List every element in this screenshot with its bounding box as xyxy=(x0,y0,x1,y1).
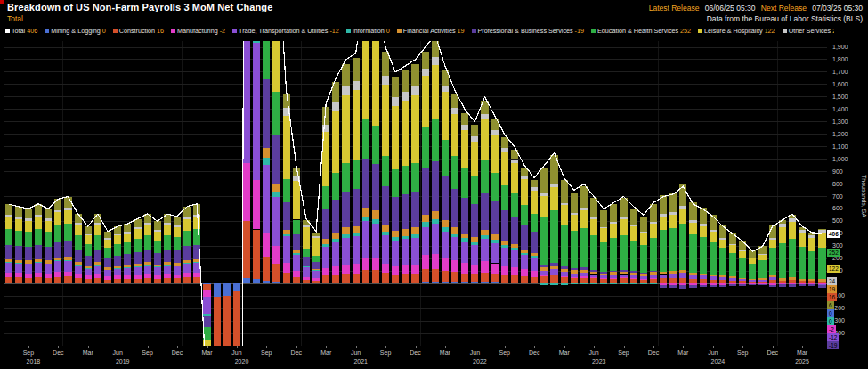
bar-segment xyxy=(531,253,538,257)
bar-segment xyxy=(758,280,766,282)
bar-segment xyxy=(114,279,121,283)
legend-item-total[interactable]: Total406 xyxy=(5,27,37,35)
bar-segment xyxy=(540,217,548,265)
bar-segment xyxy=(461,168,468,198)
x-tick xyxy=(58,346,59,348)
bar-segment xyxy=(214,283,221,297)
bar-segment xyxy=(303,267,310,276)
bar-segment xyxy=(144,265,151,266)
bar-segment xyxy=(481,235,488,239)
bar-segment xyxy=(461,242,468,263)
bar-segment xyxy=(689,279,696,283)
legend-item-mining-logging[interactable]: Mining & Logging0 xyxy=(45,27,106,35)
legend-item-information[interactable]: Information0 xyxy=(346,27,390,35)
bar-segment xyxy=(283,202,290,229)
bar-segment xyxy=(620,217,627,219)
bar-segment xyxy=(25,209,32,218)
chart-plot[interactable] xyxy=(4,41,827,346)
bar-segment xyxy=(35,259,42,263)
last-value-badge: 16 xyxy=(827,293,837,301)
bar-segment xyxy=(154,275,161,278)
bar-segment xyxy=(561,205,568,224)
series-selector[interactable]: Total xyxy=(7,14,23,23)
bar-segment xyxy=(600,274,607,276)
legend-value: -2 xyxy=(220,27,225,35)
bar-segment xyxy=(94,223,101,225)
legend-value: 122 xyxy=(765,27,775,35)
bar-segment xyxy=(590,198,597,217)
bar-segment xyxy=(243,221,250,278)
bar-segment xyxy=(382,52,389,76)
bar-segment xyxy=(491,243,499,264)
bar-segment xyxy=(114,235,121,244)
bar-segment xyxy=(303,249,310,257)
legend-label: Education & Health Services xyxy=(597,27,678,35)
x-tick-label: Dec xyxy=(767,349,777,356)
bar-segment xyxy=(183,273,191,277)
bar-segment xyxy=(183,263,191,264)
x-tick-label: Sep xyxy=(142,349,152,356)
bar-segment xyxy=(45,221,52,233)
bar-segment xyxy=(411,95,418,162)
bar-segment xyxy=(15,207,22,217)
bar-segment xyxy=(124,232,131,234)
legend-item-other-services[interactable]: Other Services24 xyxy=(783,27,834,35)
bar-segment xyxy=(501,152,508,185)
bar-segment xyxy=(640,279,647,280)
bar-segment xyxy=(303,280,310,283)
bar-segment xyxy=(729,281,736,283)
bar-segment xyxy=(511,217,518,244)
bar-segment xyxy=(25,264,32,265)
bar-segment xyxy=(689,283,696,285)
bar-segment xyxy=(818,279,825,282)
x-tick xyxy=(177,346,178,348)
bar-segment xyxy=(689,234,696,273)
bar-segment xyxy=(293,255,300,272)
bar-segment xyxy=(183,246,191,260)
bar-segment xyxy=(531,283,538,283)
legend-item-financial-activities[interactable]: Financial Activities19 xyxy=(397,27,465,35)
bar-segment xyxy=(174,237,181,250)
bar-segment xyxy=(25,232,32,247)
bar-segment xyxy=(392,197,399,231)
bar-segment xyxy=(540,283,548,284)
bar-segment xyxy=(75,262,82,265)
bar-segment xyxy=(451,189,458,227)
bar-segment xyxy=(511,283,518,284)
legend-item-manufacturing[interactable]: Manufacturing-2 xyxy=(171,27,225,35)
bar-segment xyxy=(193,277,200,283)
legend-value: 0 xyxy=(102,27,106,35)
bar-segment xyxy=(174,250,181,263)
x-tick xyxy=(475,346,475,348)
legend-item-leisure-hospitality[interactable]: Leisure & Hospitality122 xyxy=(698,27,775,35)
bar-segment xyxy=(402,194,409,229)
bar-segment xyxy=(85,266,92,268)
bar-segment xyxy=(263,158,270,165)
legend-value: 16 xyxy=(157,27,164,35)
bar-segment xyxy=(610,279,617,283)
bar-segment xyxy=(491,173,499,201)
bar-segment xyxy=(521,276,528,283)
last-value-badge: 252 xyxy=(827,249,840,257)
legend-item-construction[interactable]: Construction16 xyxy=(113,27,164,35)
bar-segment xyxy=(571,278,578,283)
bar-segment xyxy=(45,260,52,263)
bar-segment xyxy=(471,136,478,141)
bar-segment xyxy=(769,275,776,277)
legend-item-trade-transportation-utilities[interactable]: Trade, Transportation & Utilities-12 xyxy=(232,27,339,35)
bar-segment xyxy=(729,253,736,277)
legend-item-professional-business-services[interactable]: Professional & Business Services-19 xyxy=(472,27,584,35)
legend-item-education-health-services[interactable]: Education & Health Services252 xyxy=(591,27,691,35)
last-value-badges: 406252122241916600-2-12-19 xyxy=(827,41,859,346)
bar-segment xyxy=(342,265,349,274)
bar-segment xyxy=(620,235,627,270)
bar-segment xyxy=(35,217,42,228)
bar-segment xyxy=(15,263,22,264)
bar-segment xyxy=(531,214,538,232)
bar-segment xyxy=(411,64,418,86)
bar-segment xyxy=(580,267,588,269)
bar-segment xyxy=(461,234,468,239)
bar-segment xyxy=(758,283,766,284)
bar-segment xyxy=(5,277,12,283)
x-tick-label: Mar xyxy=(440,349,450,356)
